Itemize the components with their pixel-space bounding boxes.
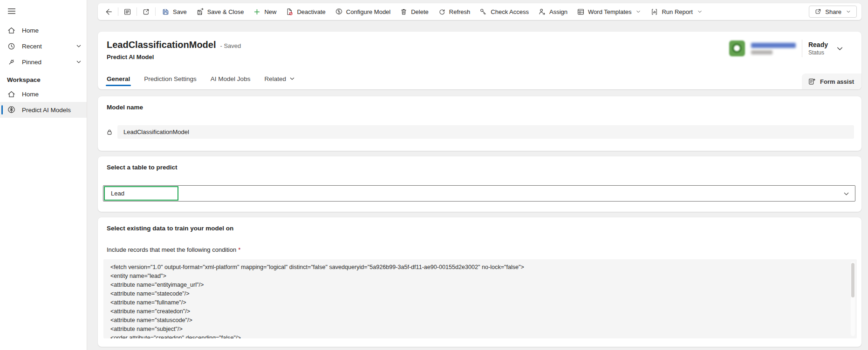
owner-avatar[interactable] (729, 40, 745, 56)
fetch-xml-line: <attribute name="entityimage_url"/> (110, 281, 844, 289)
button-label: Run Report (662, 8, 692, 15)
condition-label: Include records that meet the following … (107, 246, 236, 253)
save-close-icon (196, 8, 204, 16)
form-selector-button[interactable] (120, 5, 135, 19)
header-expand-chevron-icon[interactable] (836, 45, 844, 53)
fetch-xml-line: <fetch version="1.0" output-format="xml-… (110, 263, 844, 272)
home-icon (7, 90, 16, 99)
popout-button[interactable] (138, 5, 154, 19)
sidebar-item-label: Home (22, 27, 39, 34)
sidebar-section-workspace: Workspace (0, 70, 87, 86)
condition-label-row: Include records that meet the following … (107, 246, 240, 253)
fetch-xml-line: <attribute name="statuscode"/> (110, 316, 844, 325)
form-assist-label: Form assist (820, 78, 854, 85)
button-label: Configure Model (346, 8, 390, 15)
save-and-close-button[interactable]: Save & Close (191, 5, 249, 19)
chevron-down-icon (75, 43, 82, 49)
tab-label: AI Model Jobs (211, 75, 251, 82)
word-templates-icon (577, 8, 585, 16)
status-label: Status (808, 49, 828, 56)
refresh-icon (438, 8, 446, 16)
check-access-icon (479, 8, 487, 16)
new-button[interactable]: New (248, 5, 281, 19)
button-label: Save & Close (207, 8, 244, 15)
button-label: Share (825, 8, 841, 15)
sidebar-item-label: Recent (22, 43, 42, 50)
word-templates-button[interactable]: Word Templates (572, 5, 646, 19)
fetch-xml-line: <attribute name="subject"/> (110, 325, 844, 334)
form-tabs: General Prediction Settings AI Model Job… (107, 68, 295, 89)
back-button[interactable] (101, 5, 116, 19)
lock-icon (106, 128, 113, 136)
sidebar-item-home[interactable]: Home (0, 22, 87, 38)
chevron-down-icon (697, 9, 703, 14)
run-report-button[interactable]: Run Report (646, 5, 707, 19)
sidebar: Home Recent Pinned Workspace (0, 0, 87, 350)
share-icon (814, 8, 822, 15)
configure-model-button[interactable]: Configure Model (330, 5, 395, 19)
deactivate-button[interactable]: Deactivate (281, 5, 330, 19)
refresh-button[interactable]: Refresh (433, 5, 475, 19)
tab-prediction-settings[interactable]: Prediction Settings (144, 68, 197, 89)
fetch-xml-line: <attribute name="fullname"/> (110, 298, 844, 307)
add-icon (253, 8, 261, 16)
back-arrow-icon (104, 7, 113, 16)
section-table-select: Select a table to predict Lead (98, 156, 861, 212)
fetch-xml-line: <order attribute="createdon" descending=… (110, 334, 844, 338)
section-title: Select existing data to train your model… (107, 225, 233, 232)
app-window: Home Recent Pinned Workspace (0, 0, 868, 350)
model-name-input[interactable]: LeadClassificationModel (117, 125, 854, 139)
share-button[interactable]: Share (809, 6, 857, 18)
header-divider (802, 40, 802, 57)
table-select-dropdown[interactable]: Lead (103, 185, 855, 202)
sidebar-item-pinned[interactable]: Pinned (0, 54, 87, 70)
sidebar-item-label: Predict AI Models (22, 107, 71, 114)
tab-general[interactable]: General (107, 68, 130, 89)
save-button[interactable]: Save (157, 5, 191, 19)
button-label: Assign (549, 8, 567, 15)
owner-info-redacted (751, 43, 796, 54)
toolbar-divider (118, 7, 118, 16)
sidebar-item-recent[interactable]: Recent (0, 38, 87, 54)
sidebar-item-workspace-home[interactable]: Home (0, 86, 87, 102)
check-access-button[interactable]: Check Access (475, 5, 533, 19)
tab-label: Related (264, 75, 286, 82)
popout-icon (142, 8, 150, 16)
required-marker: * (238, 246, 240, 253)
chevron-down-icon[interactable] (843, 190, 850, 197)
table-select-value[interactable]: Lead (104, 186, 178, 201)
hamburger-menu-icon[interactable] (7, 7, 16, 16)
command-bar: Save Save & Close New (98, 3, 861, 20)
owner-name-redacted[interactable] (751, 43, 796, 48)
tab-related[interactable]: Related (264, 68, 295, 89)
button-label: Save (173, 8, 187, 15)
scrollbar-thumb[interactable] (851, 263, 854, 297)
chevron-down-icon (636, 9, 641, 14)
status-field: Ready Status (808, 41, 828, 56)
fetch-xml-line: <attribute name="statecode"/> (110, 289, 844, 298)
sidebar-item-predict-ai-models[interactable]: Predict AI Models (0, 102, 87, 118)
fetch-xml-line: <entity name="lead"> (110, 272, 844, 281)
delete-icon (400, 8, 408, 16)
chevron-down-icon (289, 75, 295, 82)
configure-model-icon (335, 8, 343, 16)
assign-button[interactable]: Assign (533, 5, 572, 19)
save-icon (162, 8, 170, 16)
scrollbar-track (851, 262, 855, 336)
record-type-label: Predict AI Model (107, 54, 154, 61)
toolbar-divider (137, 7, 137, 16)
fetch-xml-line: <attribute name="createdon"/> (110, 307, 844, 316)
delete-button[interactable]: Delete (395, 5, 433, 19)
owner-role-redacted (751, 50, 772, 54)
section-model-name: Model name LeadClassificationModel (98, 96, 861, 151)
section-title: Model name (107, 104, 143, 111)
form-assist-button[interactable]: Form assist (802, 74, 861, 89)
assign-icon (538, 8, 546, 16)
button-label: New (264, 8, 276, 15)
tab-ai-model-jobs[interactable]: AI Model Jobs (211, 68, 251, 89)
deactivate-icon (286, 8, 294, 16)
fetch-xml-editor[interactable]: <fetch version="1.0" output-format="xml-… (103, 259, 857, 338)
form-list-icon (123, 8, 131, 16)
model-name-field-row: LeadClassificationModel (106, 125, 854, 139)
tab-label: General (107, 75, 130, 82)
